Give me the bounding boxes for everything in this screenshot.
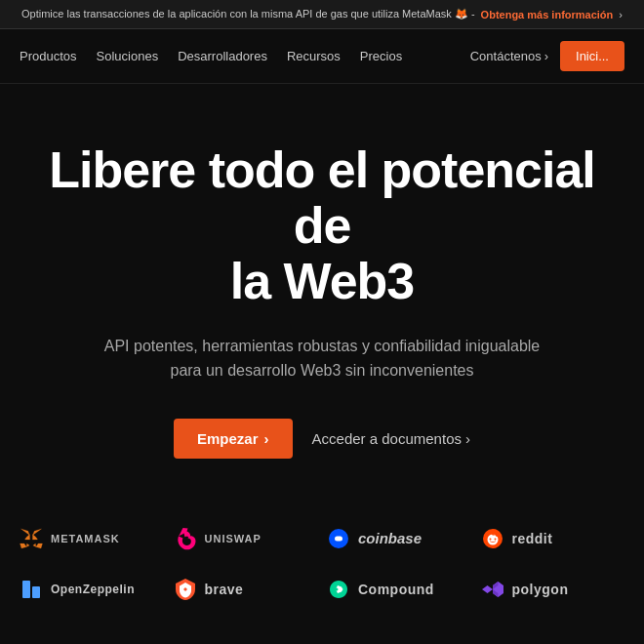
top-banner[interactable]: Optimice las transacciones de la aplicac… bbox=[0, 0, 644, 29]
svg-point-5 bbox=[494, 538, 496, 540]
svg-point-7 bbox=[492, 533, 494, 535]
partner-brave: brave bbox=[174, 578, 318, 601]
nav-contact[interactable]: Contáctenos › bbox=[470, 49, 548, 63]
nav-links: Productos Soluciones Desarrolladores Rec… bbox=[20, 49, 447, 63]
nav-productos[interactable]: Productos bbox=[20, 49, 77, 63]
partner-reddit: reddit bbox=[481, 527, 625, 550]
docs-button[interactable]: Acceder a documentos › bbox=[312, 430, 470, 447]
openzeppelin-label: OpenZeppelin bbox=[51, 583, 135, 596]
compound-icon bbox=[327, 578, 350, 601]
start-button[interactable]: Inici... bbox=[560, 41, 624, 71]
banner-text: Optimice las transacciones de la aplicac… bbox=[21, 8, 475, 20]
openzeppelin-icon bbox=[20, 578, 43, 601]
nav-precios[interactable]: Precios bbox=[360, 49, 402, 63]
svg-rect-8 bbox=[22, 581, 30, 598]
uniswap-label: UNISWAP bbox=[205, 533, 262, 544]
brave-label: brave bbox=[205, 582, 244, 597]
compound-label: Compound bbox=[358, 582, 434, 597]
metamask-icon bbox=[20, 527, 43, 550]
reddit-icon bbox=[481, 527, 504, 550]
polygon-label: polygon bbox=[512, 582, 569, 597]
navbar: Productos Soluciones Desarrolladores Rec… bbox=[0, 29, 644, 84]
partner-polygon: polygon bbox=[481, 578, 625, 601]
empezar-label: Empezar bbox=[197, 430, 259, 447]
nav-desarrolladores[interactable]: Desarrolladores bbox=[178, 49, 267, 63]
nav-soluciones[interactable]: Soluciones bbox=[97, 49, 159, 63]
hero-subtitle: API potentes, herramientas robustas y co… bbox=[88, 334, 556, 383]
hero-section: Libere todo el potencial de la Web3 API … bbox=[0, 84, 644, 498]
docs-label: Acceder a documentos bbox=[312, 430, 462, 447]
reddit-label: reddit bbox=[512, 531, 553, 546]
empezar-button[interactable]: Empezar › bbox=[174, 419, 293, 459]
svg-point-4 bbox=[489, 538, 491, 540]
polygon-icon bbox=[481, 578, 504, 601]
empezar-arrow: › bbox=[264, 430, 269, 447]
hero-title-line2: la Web3 bbox=[230, 253, 415, 309]
banner-arrow: › bbox=[619, 9, 623, 20]
hero-title: Libere todo el potencial de la Web3 bbox=[29, 142, 615, 310]
partner-uniswap: UNISWAP bbox=[174, 527, 318, 550]
svg-rect-1 bbox=[335, 536, 342, 541]
svg-rect-9 bbox=[32, 586, 40, 598]
uniswap-icon bbox=[174, 527, 197, 550]
partners-grid: METAMASK UNISWAP coinbase bbox=[20, 527, 624, 601]
nav-right: Contáctenos › Inici... bbox=[470, 41, 624, 71]
hero-actions: Empezar › Acceder a documentos › bbox=[29, 419, 615, 459]
hero-title-line1: Libere todo el potencial de bbox=[49, 141, 595, 254]
coinbase-label: coinbase bbox=[358, 530, 422, 546]
coinbase-icon bbox=[327, 527, 350, 550]
partner-openzeppelin: OpenZeppelin bbox=[20, 578, 164, 601]
partners-section: METAMASK UNISWAP coinbase bbox=[0, 498, 644, 640]
nav-recursos[interactable]: Recursos bbox=[287, 49, 341, 63]
svg-point-10 bbox=[336, 587, 339, 590]
partner-metamask: METAMASK bbox=[20, 527, 164, 550]
partner-coinbase: coinbase bbox=[327, 527, 471, 550]
banner-link[interactable]: Obtenga más información bbox=[481, 9, 614, 20]
docs-arrow: › bbox=[465, 430, 470, 447]
brave-icon bbox=[174, 578, 197, 601]
metamask-label: METAMASK bbox=[51, 533, 120, 544]
partner-compound: Compound bbox=[327, 578, 471, 601]
